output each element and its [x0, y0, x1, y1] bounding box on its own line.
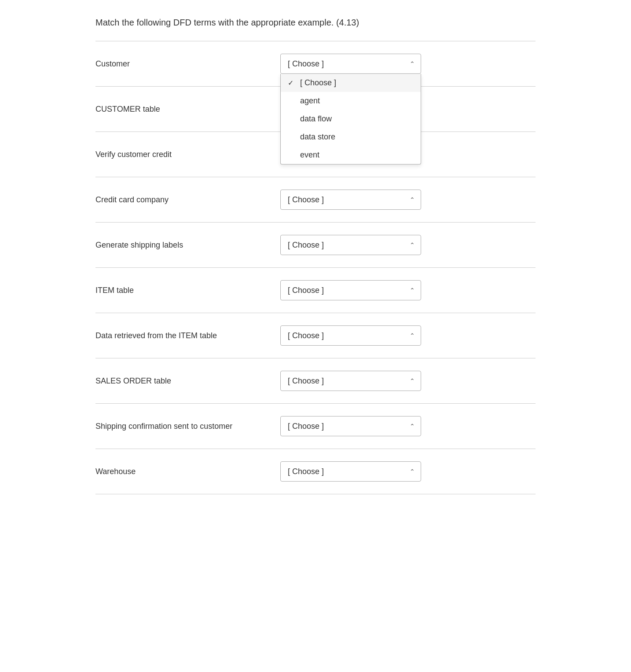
select-wrapper-item-table: [ Choose ] agent data flow data store ev… — [280, 280, 536, 300]
option-label-agent: agent — [300, 96, 320, 106]
match-row-data-retrieved: Data retrieved from the ITEM table [ Cho… — [95, 313, 536, 358]
match-row-credit-card: Credit card company [ Choose ] agent dat… — [95, 177, 536, 223]
dropdown-item-data-store[interactable]: data store — [281, 128, 421, 146]
select-warehouse[interactable]: [ Choose ] agent data flow data store ev… — [280, 461, 421, 482]
dropdown-item-event[interactable]: event — [281, 146, 421, 164]
label-credit-card: Credit card company — [95, 195, 280, 205]
option-label-event: event — [300, 150, 319, 160]
select-wrapper-customer: [ Choose ] agent data flow data store ev… — [280, 54, 536, 74]
checkmark-placeholder4 — [288, 151, 297, 159]
option-label-data-store: data store — [300, 132, 335, 142]
page-container: Match the following DFD terms with the a… — [82, 0, 549, 512]
question-title: Match the following DFD terms with the a… — [95, 18, 536, 28]
select-credit-card[interactable]: [ Choose ] agent data flow data store ev… — [280, 190, 421, 210]
dropdown-item-choose[interactable]: ✓ [ Choose ] — [281, 74, 421, 92]
select-wrapper-warehouse: [ Choose ] agent data flow data store ev… — [280, 461, 536, 482]
select-item-table[interactable]: [ Choose ] agent data flow data store ev… — [280, 280, 421, 300]
label-sales-order: SALES ORDER table — [95, 376, 280, 386]
select-shipping-labels[interactable]: [ Choose ] agent data flow data store ev… — [280, 235, 421, 255]
dropdown-list-customer: ✓ [ Choose ] agent data flow data store — [280, 74, 421, 164]
label-shipping-confirm: Shipping confirmation sent to customer — [95, 422, 280, 431]
dropdown-item-agent[interactable]: agent — [281, 92, 421, 110]
match-row-shipping-confirm: Shipping confirmation sent to customer [… — [95, 404, 536, 449]
label-customer: Customer — [95, 59, 280, 69]
select-wrapper-shipping-confirm: [ Choose ] agent data flow data store ev… — [280, 416, 536, 436]
select-wrapper-data-retrieved: [ Choose ] agent data flow data store ev… — [280, 325, 536, 346]
select-wrapper-credit-card: [ Choose ] agent data flow data store ev… — [280, 190, 536, 210]
select-sales-order[interactable]: [ Choose ] agent data flow data store ev… — [280, 371, 421, 391]
label-shipping-labels: Generate shipping labels — [95, 241, 280, 250]
select-customer[interactable]: [ Choose ] agent data flow data store ev… — [280, 54, 421, 74]
match-row-shipping-labels: Generate shipping labels [ Choose ] agen… — [95, 223, 536, 268]
match-row-customer: Customer [ Choose ] agent data flow data… — [95, 41, 536, 87]
select-data-retrieved[interactable]: [ Choose ] agent data flow data store ev… — [280, 325, 421, 346]
label-verify-credit: Verify customer credit — [95, 150, 280, 159]
checkmark-placeholder — [288, 97, 297, 105]
select-wrapper-shipping-labels: [ Choose ] agent data flow data store ev… — [280, 235, 536, 255]
checkmark-icon: ✓ — [288, 79, 297, 87]
label-warehouse: Warehouse — [95, 467, 280, 476]
select-shipping-confirm[interactable]: [ Choose ] agent data flow data store ev… — [280, 416, 421, 436]
checkmark-placeholder2 — [288, 115, 297, 123]
checkmark-placeholder3 — [288, 133, 297, 141]
label-data-retrieved: Data retrieved from the ITEM table — [95, 331, 280, 340]
label-item-table: ITEM table — [95, 286, 280, 295]
match-row-warehouse: Warehouse [ Choose ] agent data flow dat… — [95, 449, 536, 494]
label-customer-table: CUSTOMER table — [95, 105, 280, 114]
dropdown-item-data-flow[interactable]: data flow — [281, 110, 421, 128]
match-row-item-table: ITEM table [ Choose ] agent data flow da… — [95, 268, 536, 313]
option-label-choose: [ Choose ] — [300, 78, 336, 88]
option-label-data-flow: data flow — [300, 114, 332, 124]
select-wrapper-sales-order: [ Choose ] agent data flow data store ev… — [280, 371, 536, 391]
match-row-sales-order: SALES ORDER table [ Choose ] agent data … — [95, 358, 536, 404]
